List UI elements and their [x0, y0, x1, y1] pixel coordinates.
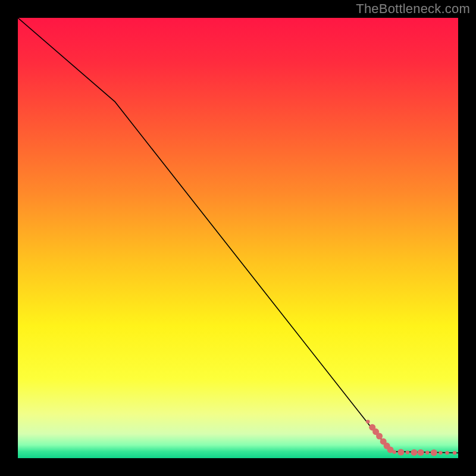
data-marker: [397, 449, 404, 456]
data-marker: [366, 419, 369, 423]
data-marker: [418, 449, 424, 456]
chart-wrapper: TheBottleneck.com: [0, 0, 476, 476]
data-marker: [406, 450, 409, 454]
data-marker: [453, 451, 456, 455]
data-marker: [411, 449, 418, 456]
attribution-text: TheBottleneck.com: [356, 1, 470, 17]
data-marker: [439, 451, 442, 455]
gradient-background: [18, 18, 458, 458]
plot-area: [18, 18, 458, 458]
data-marker: [376, 433, 383, 440]
data-marker: [425, 451, 429, 455]
chart-svg: [18, 18, 458, 458]
data-marker: [431, 449, 437, 456]
data-marker: [445, 451, 449, 455]
data-marker: [393, 450, 396, 453]
